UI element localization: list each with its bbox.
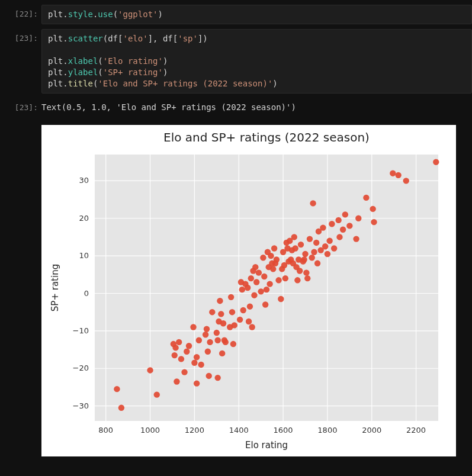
output-cell-23-figure: 8001000120014001600180020002200−30−20−10… bbox=[0, 121, 472, 462]
scatter-point bbox=[196, 337, 202, 343]
scatter-point bbox=[336, 234, 342, 240]
scatter-point bbox=[190, 324, 196, 330]
scatter-point bbox=[335, 217, 341, 223]
chart-title: Elo and SP+ ratings (2022 season) bbox=[163, 130, 370, 144]
code-token: . bbox=[63, 34, 68, 43]
code-token: . bbox=[63, 56, 68, 66]
output-cell-23-text: [23]: Text(0.5, 1.0, 'Elo and SP+ rating… bbox=[0, 98, 472, 117]
scatter-point bbox=[172, 345, 178, 350]
input-prompt: [22]: bbox=[0, 5, 41, 23]
scatter-point bbox=[249, 324, 255, 330]
scatter-point bbox=[266, 281, 272, 287]
scatter-point bbox=[181, 369, 187, 375]
code-token: 'Elo and SP+ ratings (2022 season)' bbox=[98, 79, 272, 88]
input-prompt: [23]: bbox=[0, 29, 41, 47]
scatter-point bbox=[246, 319, 252, 324]
scatter-point bbox=[278, 296, 284, 302]
scatter-point bbox=[307, 236, 313, 242]
scatter-point bbox=[245, 285, 251, 291]
scatter-point bbox=[258, 288, 264, 294]
scatter-point bbox=[223, 339, 229, 345]
code-token: style bbox=[68, 9, 93, 19]
scatter-point bbox=[203, 332, 208, 337]
scatter-point bbox=[262, 301, 268, 307]
scatter-point bbox=[395, 172, 401, 178]
scatter-point bbox=[229, 309, 235, 315]
y-tick-label: −10 bbox=[73, 326, 89, 335]
scatter-point bbox=[253, 279, 259, 285]
scatter-point bbox=[313, 240, 319, 246]
y-tick-label: −30 bbox=[73, 401, 89, 410]
y-tick-label: 30 bbox=[79, 176, 89, 185]
x-axis-label: Elo rating bbox=[245, 440, 288, 451]
scatter-point bbox=[403, 178, 409, 184]
scatter-point bbox=[194, 354, 200, 360]
code-editor[interactable]: plt.style.use('ggplot') bbox=[41, 5, 472, 24]
scatter-point bbox=[214, 375, 220, 381]
scatter-point bbox=[256, 269, 262, 275]
scatter-point bbox=[114, 386, 120, 392]
scatter-point bbox=[309, 255, 315, 260]
scatter-point bbox=[214, 330, 220, 336]
scatter-point bbox=[252, 264, 258, 270]
x-tick-label: 2000 bbox=[362, 426, 381, 435]
y-tick-label: 20 bbox=[79, 214, 89, 223]
scatter-point bbox=[178, 356, 184, 362]
scatter-point bbox=[191, 360, 197, 366]
scatter-point bbox=[370, 206, 375, 212]
scatter-point bbox=[311, 249, 317, 255]
code-token: use bbox=[98, 9, 113, 19]
scatter-point bbox=[176, 339, 182, 345]
scatter-point bbox=[353, 236, 359, 242]
scatter-point bbox=[247, 303, 253, 309]
scatter-point bbox=[331, 245, 337, 251]
code-token: plt bbox=[48, 67, 63, 77]
code-token: ( bbox=[98, 56, 102, 66]
code-token: . bbox=[63, 79, 68, 88]
y-tick-label: 10 bbox=[79, 251, 89, 260]
scatter-point bbox=[207, 339, 213, 345]
scatter-point bbox=[320, 224, 326, 230]
scatter-point bbox=[147, 367, 153, 373]
scatter-point bbox=[326, 238, 332, 244]
scatter-point bbox=[240, 307, 246, 313]
scatter-point bbox=[274, 256, 280, 262]
scatter-point bbox=[371, 219, 377, 225]
figure-output: 8001000120014001600180020002200−30−20−10… bbox=[41, 121, 472, 462]
scatter-point bbox=[282, 275, 288, 281]
code-token: (df[ bbox=[103, 34, 123, 43]
scatter-point bbox=[310, 200, 316, 206]
scatter-point bbox=[214, 337, 220, 343]
scatter-point bbox=[184, 349, 190, 355]
code-token: 'elo' bbox=[123, 34, 147, 43]
scatter-point bbox=[264, 287, 269, 292]
x-tick-label: 2200 bbox=[406, 426, 426, 435]
scatter-point bbox=[204, 326, 210, 332]
scatter-point bbox=[205, 349, 211, 355]
scatter-point bbox=[239, 287, 245, 292]
scatter-point bbox=[329, 221, 335, 227]
x-tick-label: 1200 bbox=[185, 426, 204, 435]
scatter-point bbox=[209, 309, 215, 315]
code-token: title bbox=[68, 79, 93, 88]
x-tick-label: 1800 bbox=[317, 426, 337, 435]
scatter-point bbox=[271, 245, 277, 251]
code-editor[interactable]: plt.scatter(df['elo'], df['sp']) plt.xla… bbox=[41, 29, 472, 94]
code-token: . bbox=[63, 9, 68, 19]
scatter-point bbox=[228, 294, 234, 300]
code-token: xlabel bbox=[68, 56, 98, 66]
code-token: ]) bbox=[198, 34, 208, 43]
x-tick-label: 800 bbox=[98, 426, 113, 435]
chart-svg: 8001000120014001600180020002200−30−20−10… bbox=[41, 125, 456, 456]
code-token: ) bbox=[272, 79, 277, 88]
scatter-point bbox=[302, 251, 308, 257]
code-token: plt bbox=[48, 9, 63, 19]
code-token: ) bbox=[163, 56, 168, 66]
y-axis-label: SP+ rating bbox=[50, 264, 60, 311]
code-token: 'Elo rating' bbox=[103, 56, 163, 66]
scatter-point bbox=[172, 352, 178, 358]
scatter-point bbox=[294, 277, 300, 283]
scatter-point bbox=[363, 195, 369, 201]
scatter-point bbox=[198, 362, 204, 368]
x-tick-label: 1000 bbox=[140, 426, 160, 435]
